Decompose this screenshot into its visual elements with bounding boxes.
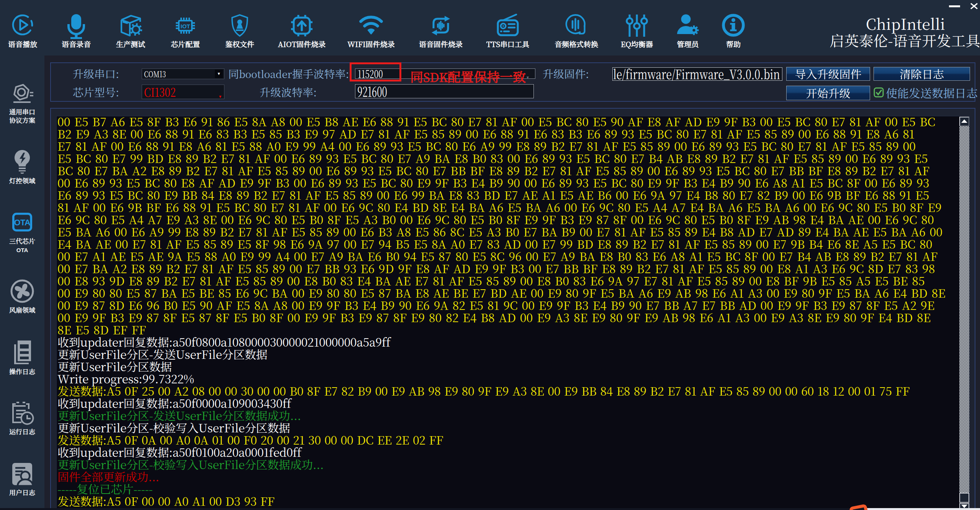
svg-text:OTA: OTA	[14, 218, 30, 227]
svg-text:IOT: IOT	[181, 23, 190, 29]
